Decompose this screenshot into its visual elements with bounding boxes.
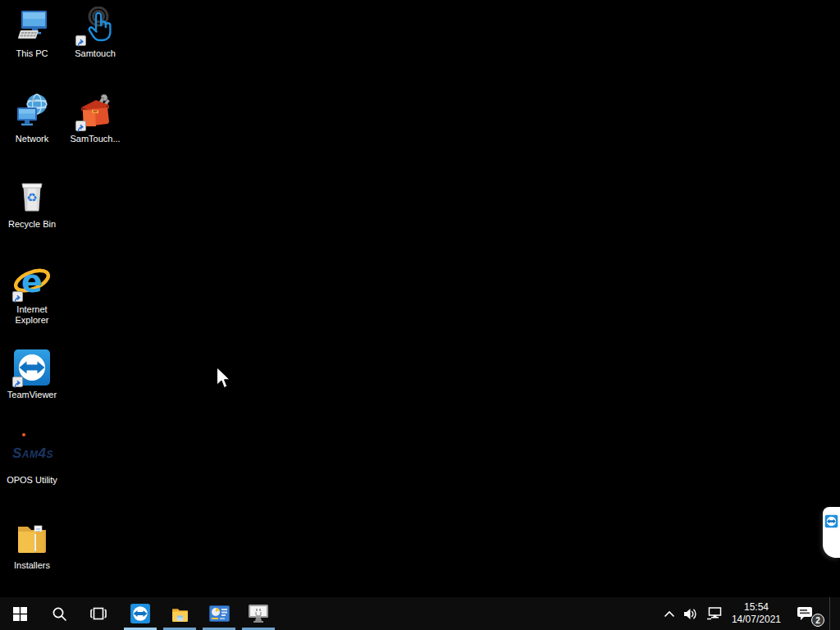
system-tray: 15:54 14/07/2021 2 [660,597,840,630]
shortcut-arrow-icon [75,121,86,131]
icon-label: Samtouch [64,48,126,59]
teamviewer-icon [824,514,838,528]
action-center-button[interactable]: 2 [787,597,823,630]
desktop-icon-samtouch-toolbox[interactable]: SamTouch... [64,92,126,144]
internet-explorer-icon: e [12,262,52,302]
shortcut-arrow-icon [12,377,23,387]
sam4s-logo-text: Sam4s [12,445,53,462]
desktop-icon-samtouch[interactable]: Samtouch [64,7,126,59]
taskbar-app-pos-reports[interactable] [199,597,239,630]
search-button[interactable] [39,597,79,630]
volume-button[interactable] [679,597,702,630]
desktop-icon-this-pc[interactable]: This PC [1,7,63,59]
toolbox-icon [75,92,115,131]
report-chart-icon [209,605,230,622]
samtouch-touch-icon [75,7,115,46]
sam4s-logo-dot [22,433,25,436]
shortcut-arrow-icon [12,291,23,302]
icon-label: This PC [1,48,63,59]
notification-badge: 2 [811,614,824,627]
taskbar: 15:54 14/07/2021 2 [0,597,840,630]
task-view-button[interactable] [79,597,118,630]
sam4s-logo-icon: Sam4s [12,433,52,472]
svg-text:♻: ♻ [26,190,37,205]
network-icon [12,92,52,131]
show-desktop-divider[interactable] [829,597,830,630]
teamviewer-icon [130,603,151,624]
desktop-icon-recycle-bin[interactable]: ♻ Recycle Bin [1,177,63,230]
icon-label: Network [1,134,63,144]
chevron-up-icon [664,610,675,618]
network-ethernet-icon [706,607,722,620]
folder-icon [170,604,190,624]
clock-date: 14/07/2021 [732,614,781,626]
folder-icon [12,518,52,558]
svg-text:e: e [21,263,43,299]
speaker-icon [683,608,698,620]
clock-time: 15:54 [744,601,769,614]
notification-bubble-icon [797,606,813,621]
teamviewer-edge-tab[interactable] [823,507,840,558]
task-view-icon [89,606,107,621]
taskbar-clock[interactable]: 15:54 14/07/2021 [726,601,787,626]
taskbar-app-teamviewer[interactable] [121,597,160,630]
taskbar-app-pos-display[interactable] [239,597,278,630]
icon-label: OPOS Utility [1,475,63,486]
desktop-icon-teamviewer[interactable]: TeamViewer [1,348,63,400]
icon-label: Recycle Bin [1,219,63,230]
start-button[interactable] [0,597,39,630]
icon-label: TeamViewer [1,390,63,400]
monitor-face-icon [248,604,269,623]
desktop-surface[interactable]: This PC Samtouch [0,0,840,597]
this-pc-icon [12,7,52,46]
taskbar-app-file-explorer[interactable] [160,597,199,630]
windows-logo-icon [13,607,27,621]
hidden-icons-button[interactable] [660,597,679,630]
icon-label: Internet Explorer [1,304,63,326]
teamviewer-icon [12,348,52,387]
search-icon [52,606,67,622]
icon-label: Installers [1,560,63,571]
shortcut-arrow-icon [75,35,86,46]
desktop-icon-installers[interactable]: Installers [1,518,63,571]
network-button[interactable] [702,597,726,630]
desktop-icon-network[interactable]: Network [1,92,63,144]
desktop-icon-opos-utility[interactable]: Sam4s OPOS Utility [1,433,63,486]
desktop-icon-internet-explorer[interactable]: e Internet Explorer [1,262,63,326]
icon-label: SamTouch... [64,134,126,144]
recycle-bin-icon: ♻ [12,177,52,217]
